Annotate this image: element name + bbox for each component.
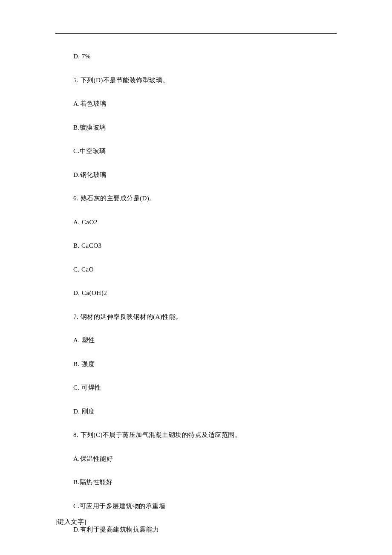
text-line: A.保温性能好: [73, 454, 337, 464]
text-line: A. 塑性: [73, 335, 337, 345]
text-line: A. CaO2: [73, 217, 337, 227]
header-divider: [55, 33, 337, 34]
text-line: B.隔热性能好: [73, 477, 337, 487]
text-line: D.有利于提高建筑物抗震能力: [73, 525, 337, 535]
text-line: D. 7%: [73, 52, 337, 61]
text-line: B. 强度: [73, 359, 337, 369]
text-line: D. Ca(OH)2: [73, 288, 337, 298]
text-line: 7. 钢材的延伸率反映钢材的(A)性能。: [73, 312, 337, 322]
text-line: 5. 下列(D)不是节能装饰型玻璃。: [73, 75, 337, 85]
page-container: D. 7% 5. 下列(D)不是节能装饰型玻璃。 A.着色玻璃 B.镀膜玻璃 C…: [0, 0, 392, 535]
text-line: D.钢化玻璃: [73, 170, 337, 180]
footer-placeholder: [键入文字]: [55, 518, 86, 526]
text-line: C. 可焊性: [73, 383, 337, 393]
text-line: 6. 熟石灰的主要成分是(D)。: [73, 194, 337, 203]
text-line: D. 刚度: [73, 407, 337, 416]
text-line: 8. 下列(C)不属于蒸压加气混凝土砌块的特点及适应范围。: [73, 430, 337, 440]
text-line: B. CaCO3: [73, 241, 337, 251]
text-line: C. CaO: [73, 265, 337, 275]
text-line: A.着色玻璃: [73, 99, 337, 109]
content-area: D. 7% 5. 下列(D)不是节能装饰型玻璃。 A.着色玻璃 B.镀膜玻璃 C…: [55, 52, 337, 535]
text-line: B.镀膜玻璃: [73, 123, 337, 133]
text-line: C.可应用于多层建筑物的承重墙: [73, 501, 337, 511]
text-line: C.中空玻璃: [73, 146, 337, 156]
